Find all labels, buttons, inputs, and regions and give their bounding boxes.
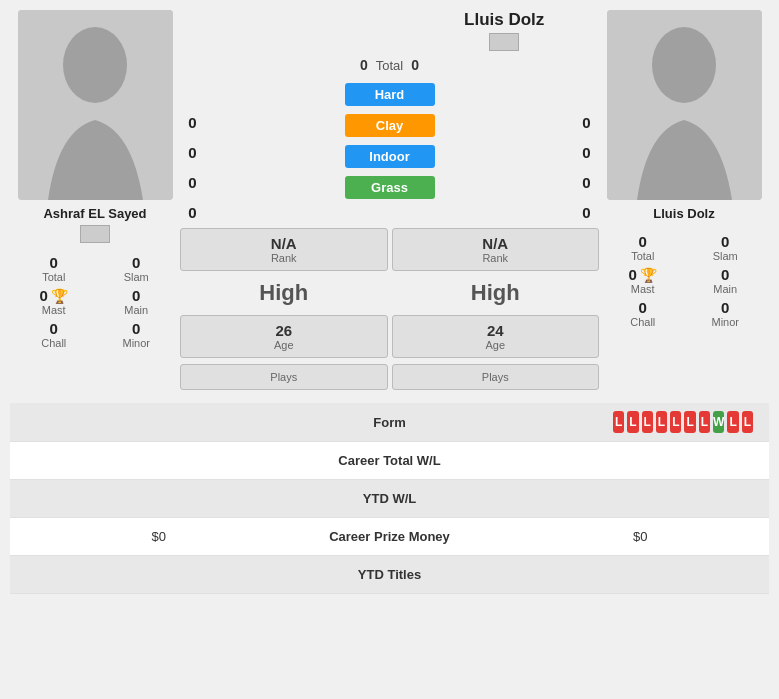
right-total-center: 0: [411, 57, 419, 73]
bottom-stats: Form LLLLLLLWLL Career Total W/L YTD W/L…: [0, 403, 779, 604]
surface-badge-grass: Grass: [345, 176, 435, 199]
left-info-col: N/A Rank High 26 Age Plays: [180, 225, 388, 393]
left-mast-stat: 0 🏆 Mast: [18, 287, 91, 316]
right-total-value: 0: [607, 233, 680, 250]
left-player-area: Ashraf EL Sayed 0 Total 0 Slam 0 🏆 Mast: [10, 10, 180, 393]
left-prize: $0: [26, 529, 166, 544]
left-main-label: Main: [100, 304, 173, 316]
right-slam-label: Slam: [689, 250, 762, 262]
form-badge-6: L: [699, 411, 710, 433]
surfaces-area: 0000 HardClayIndoorGrass 0000: [180, 79, 599, 221]
left-chall-value: 0: [18, 320, 91, 337]
right-chall-label: Chall: [607, 316, 680, 328]
right-total-label: Total: [607, 250, 680, 262]
form-badge-3: L: [656, 411, 667, 433]
form-row: Form LLLLLLLWLL: [10, 403, 769, 442]
info-boxes-row: N/A Rank High 26 Age Plays N/A Rank High: [180, 225, 599, 393]
form-badge-8: L: [727, 411, 738, 433]
left-high-text: High: [259, 274, 308, 312]
total-label: Total: [376, 58, 403, 73]
surface-badges-col: HardClayIndoorGrass: [205, 79, 574, 203]
prize-label: Career Prize Money: [166, 529, 613, 544]
svg-point-1: [63, 27, 127, 103]
left-player-photo: [18, 10, 173, 200]
right-minor-label: Minor: [689, 316, 762, 328]
right-player-name-center: Lluis Dolz: [464, 10, 544, 30]
left-score-grass: 0: [188, 204, 196, 221]
right-main-label: Main: [689, 283, 762, 295]
surface-badge-hard: Hard: [345, 83, 435, 106]
left-main-stat: 0 Main: [100, 287, 173, 316]
left-trophy-icon: 🏆: [51, 288, 68, 304]
left-plays-box: Plays: [180, 364, 388, 390]
left-rank-value: N/A: [185, 235, 383, 252]
right-score-clay: 0: [582, 144, 590, 161]
ytd-titles-label: YTD Titles: [166, 567, 613, 582]
main-layout: Ashraf EL Sayed 0 Total 0 Slam 0 🏆 Mast: [0, 0, 779, 403]
right-high-text: High: [471, 274, 520, 312]
right-player-photo: [607, 10, 762, 200]
right-total-stat: 0 Total: [607, 233, 680, 262]
left-age-value: 26: [185, 322, 383, 339]
right-info-col: N/A Rank High 24 Age Plays: [392, 225, 600, 393]
right-chall-value: 0: [607, 299, 680, 316]
left-mast-value: 0 🏆: [18, 287, 91, 304]
right-plays-box: Plays: [392, 364, 600, 390]
form-badge-1: L: [627, 411, 638, 433]
right-player-stats: 0 Total 0 Slam 0 🏆 Mast 0 Main 0 Chall: [607, 233, 762, 328]
left-chall-stat: 0 Chall: [18, 320, 91, 349]
right-slam-stat: 0 Slam: [689, 233, 762, 262]
total-row: 0 Total 0: [360, 57, 419, 73]
prize-row: $0 Career Prize Money $0: [10, 518, 769, 556]
left-score-indoor: 0: [188, 174, 196, 191]
right-rank-value: N/A: [397, 235, 595, 252]
svg-point-3: [652, 27, 716, 103]
left-total-stat: 0 Total: [18, 254, 91, 283]
left-country-flag: [80, 225, 110, 246]
left-minor-value: 0: [100, 320, 173, 337]
right-main-stat: 0 Main: [689, 266, 762, 295]
left-chall-label: Chall: [18, 337, 91, 349]
left-mast-label: Mast: [18, 304, 91, 316]
form-badge-4: L: [670, 411, 681, 433]
left-player-name: Ashraf EL Sayed: [43, 206, 146, 221]
right-plays-label: Plays: [397, 371, 595, 383]
left-total-value: 0: [18, 254, 91, 271]
right-mast-value: 0 🏆: [607, 266, 680, 283]
left-name-block: [235, 10, 355, 51]
right-scores-col: 0000: [574, 79, 599, 221]
form-badge-9: L: [742, 411, 753, 433]
left-slam-value: 0: [100, 254, 173, 271]
right-rank-label: Rank: [397, 252, 595, 264]
form-badges: LLLLLLLWLL: [613, 411, 753, 433]
left-player-stats: 0 Total 0 Slam 0 🏆 Mast 0 Main 0 Chall: [18, 254, 173, 349]
form-badge-0: L: [613, 411, 624, 433]
surface-badge-clay: Clay: [345, 114, 435, 137]
right-minor-stat: 0 Minor: [689, 299, 762, 328]
right-slam-value: 0: [689, 233, 762, 250]
left-total-center: 0: [360, 57, 368, 73]
right-player-name: Lluis Dolz: [653, 206, 714, 221]
right-age-label: Age: [397, 339, 595, 351]
form-badge-7: W: [713, 411, 724, 433]
left-main-value: 0: [100, 287, 173, 304]
right-chall-stat: 0 Chall: [607, 299, 680, 328]
left-rank-box: N/A Rank: [180, 228, 388, 271]
left-age-box: 26 Age: [180, 315, 388, 358]
center-area: Lluis Dolz 0 Total 0 0000 HardClayIndoor…: [180, 10, 599, 393]
left-slam-label: Slam: [100, 271, 173, 283]
ytd-wl-label: YTD W/L: [166, 491, 613, 506]
right-prize: $0: [613, 529, 753, 544]
left-score-hard: 0: [188, 114, 196, 131]
right-score-grass: 0: [582, 204, 590, 221]
career-wl-row: Career Total W/L: [10, 442, 769, 480]
surface-badge-indoor: Indoor: [345, 145, 435, 168]
left-rank-label: Rank: [185, 252, 383, 264]
right-main-value: 0: [689, 266, 762, 283]
right-age-box: 24 Age: [392, 315, 600, 358]
form-badges-container: LLLLLLLWLL: [613, 411, 753, 433]
right-minor-value: 0: [689, 299, 762, 316]
right-score-indoor: 0: [582, 174, 590, 191]
left-slam-stat: 0 Slam: [100, 254, 173, 283]
right-player-area: Lluis Dolz 0 Total 0 Slam 0 🏆 Mast 0 Mai…: [599, 10, 769, 393]
